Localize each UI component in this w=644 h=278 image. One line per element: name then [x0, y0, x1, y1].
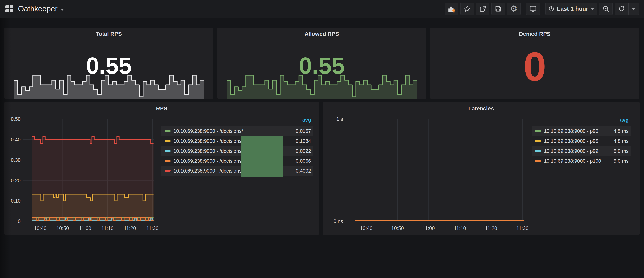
panel-denied-rps: Denied RPS 0: [430, 28, 639, 99]
legend-row[interactable]: 10.10.69.238:9000 - p95 4.8 ms: [532, 136, 631, 146]
panel-rps-graph: RPS 0.500.400.300.200.10010:4010:5011:00…: [4, 102, 319, 235]
svg-text:10:50: 10:50: [391, 226, 404, 231]
svg-text:0.30: 0.30: [11, 157, 20, 163]
latencies-legend: avg 10.10.69.238:9000 - p90 4.5 ms 10.10…: [532, 117, 631, 166]
series-color-dash: [165, 160, 171, 162]
legend-overlay-artifact: [241, 136, 283, 177]
refresh-interval-caret-icon: [632, 8, 636, 10]
series-avg-value: 0.0167: [296, 128, 311, 134]
time-controls-group: Last 1 hour: [545, 2, 639, 15]
zoom-out-icon: [602, 5, 610, 12]
series-avg-value: 4.8 ms: [614, 138, 629, 144]
series-avg-value: 0.0066: [296, 158, 311, 164]
svg-text:11:20: 11:20: [124, 226, 136, 231]
panel-title[interactable]: RPS: [4, 105, 319, 112]
dashboard-title[interactable]: Oathkeeper: [18, 4, 58, 13]
gear-icon: ⚙: [510, 4, 518, 13]
legend-avg-header[interactable]: avg: [532, 117, 631, 126]
share-dashboard-button[interactable]: [476, 2, 490, 15]
save-icon: [495, 5, 502, 12]
share-icon: [479, 5, 486, 12]
legend-row[interactable]: 10.10.69.238:9000 - /decisions/ 0.1284: [162, 136, 313, 146]
svg-text:11:10: 11:10: [102, 226, 114, 231]
stat-value: 0: [430, 46, 639, 87]
series-avg-value: 4.5 ms: [614, 128, 629, 134]
star-icon: [464, 5, 471, 12]
refresh-button[interactable]: [615, 3, 628, 15]
svg-text:10:50: 10:50: [56, 226, 69, 231]
svg-text:11:10: 11:10: [454, 226, 466, 231]
series-avg-value: 5.0 ms: [614, 148, 629, 154]
series-avg-value: 0.1284: [296, 138, 311, 144]
panel-latencies-graph: Latencies 1 s0 ns10:4010:5011:0011:1011:…: [322, 102, 640, 235]
series-name: 10.10.69.238:9000 - p100: [544, 158, 610, 164]
svg-text:11:30: 11:30: [146, 226, 158, 231]
save-dashboard-button[interactable]: [492, 2, 505, 15]
svg-text:11:00: 11:00: [423, 226, 435, 231]
legend-row[interactable]: 10.10.69.238:9000 - /decisions/ 0.4002: [162, 166, 313, 176]
panel-total-rps: Total RPS 0.55: [4, 28, 213, 99]
svg-text:0.50: 0.50: [11, 116, 20, 122]
cycle-view-mode-button[interactable]: [526, 2, 540, 15]
series-avg-value: 0.4002: [296, 168, 311, 174]
svg-text:0.10: 0.10: [11, 198, 20, 204]
rps-legend: avg 10.10.69.238:9000 - /decisions/ 0.01…: [162, 117, 313, 176]
time-range-label: Last 1 hour: [557, 5, 588, 12]
svg-text:0: 0: [18, 219, 20, 224]
legend-row[interactable]: 10.10.69.238:9000 - /decisions/ 0.0066: [162, 156, 313, 166]
monitor-icon: [529, 5, 537, 12]
series-color-dash: [535, 150, 541, 152]
refresh-interval-dropdown[interactable]: [629, 3, 638, 15]
series-color-dash: [165, 170, 171, 172]
legend-row[interactable]: 10.10.69.238:9000 - p99 5.0 ms: [532, 146, 631, 156]
series-color-dash: [535, 130, 541, 132]
legend-row[interactable]: 10.10.69.238:9000 - /decisions/ 0.0167: [162, 126, 313, 136]
svg-text:1 s: 1 s: [336, 116, 343, 122]
panel-title[interactable]: Latencies: [322, 105, 640, 112]
legend-row[interactable]: 10.10.69.238:9000 - /decisions/ 0.0022: [162, 146, 313, 156]
series-name: 10.10.69.238:9000 - p99: [544, 148, 610, 154]
svg-text:10:40: 10:40: [360, 226, 373, 231]
time-range-caret-icon: [590, 8, 594, 10]
grid-logo-icon: [5, 5, 13, 13]
navbar: Oathkeeper: [0, 0, 644, 17]
svg-text:11:20: 11:20: [485, 226, 497, 231]
series-color-dash: [535, 160, 541, 162]
panel-allowed-rps: Allowed RPS 0.55: [217, 28, 426, 99]
time-range-picker[interactable]: Last 1 hour: [545, 2, 597, 15]
dashboard-settings-button[interactable]: ⚙: [507, 2, 520, 15]
svg-text:0.40: 0.40: [11, 137, 20, 142]
stat-value: 0.55: [4, 54, 213, 77]
series-name: 10.10.69.238:9000 - p95: [544, 138, 610, 144]
grafana-logo[interactable]: [5, 5, 13, 13]
series-avg-value: 5.0 ms: [614, 158, 629, 164]
clock-icon: [548, 5, 555, 12]
refresh-icon: [618, 5, 625, 12]
panel-title[interactable]: Denied RPS: [430, 31, 639, 37]
stat-value: 0.55: [217, 54, 426, 77]
svg-text:0 ns: 0 ns: [334, 219, 343, 224]
series-color-dash: [165, 150, 171, 152]
svg-text:0.20: 0.20: [11, 178, 20, 183]
legend-row[interactable]: 10.10.69.238:9000 - p90 4.5 ms: [532, 126, 631, 136]
add-panel-button[interactable]: [445, 2, 458, 15]
series-color-dash: [535, 140, 541, 142]
panel-title[interactable]: Total RPS: [4, 31, 213, 37]
zoom-out-time-button[interactable]: [599, 2, 613, 15]
series-color-dash: [165, 130, 171, 132]
refresh-split-button: [615, 2, 639, 15]
panel-title[interactable]: Allowed RPS: [217, 31, 426, 37]
series-name: 10.10.69.238:9000 - p90: [544, 128, 610, 134]
dashboard-dropdown-caret-icon[interactable]: [61, 9, 64, 10]
series-name: 10.10.69.238:9000 - /decisions/: [174, 128, 292, 134]
star-dashboard-button[interactable]: [460, 2, 474, 15]
svg-text:10:40: 10:40: [34, 226, 47, 231]
svg-text:11:00: 11:00: [79, 226, 91, 231]
add-panel-icon: [448, 5, 456, 12]
panel-actions-group: ⚙: [445, 2, 520, 15]
svg-text:11:30: 11:30: [516, 226, 528, 231]
legend-avg-header[interactable]: avg: [162, 117, 313, 126]
legend-row[interactable]: 10.10.69.238:9000 - p100 5.0 ms: [532, 156, 631, 166]
series-avg-value: 0.0022: [296, 148, 311, 154]
series-color-dash: [165, 140, 171, 142]
